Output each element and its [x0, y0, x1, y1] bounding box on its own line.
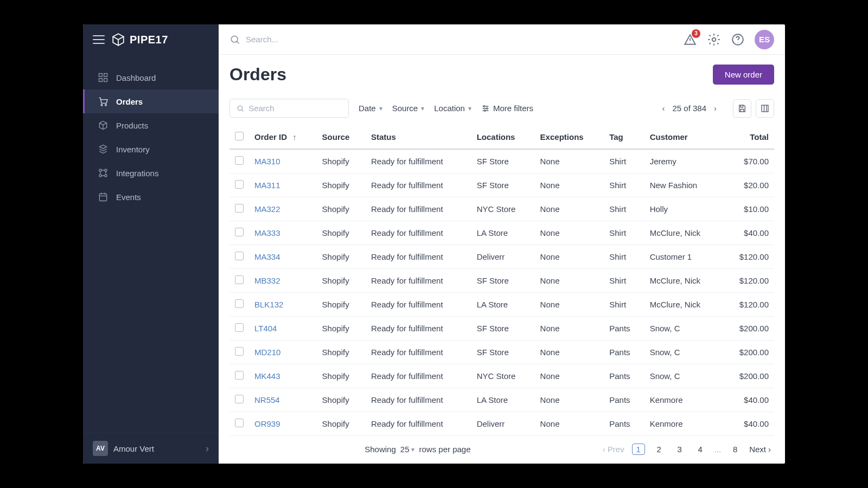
order-id-link[interactable]: MA311 [254, 181, 280, 190]
chevron-down-icon: ▾ [379, 105, 382, 112]
sidebar-item-integrations[interactable]: Integrations [83, 161, 219, 185]
table-row[interactable]: LT404 Shopify Ready for fulfillment SF S… [229, 317, 774, 341]
cell-customer: McClure, Nick [644, 221, 723, 245]
filter-more[interactable]: More filters [481, 104, 533, 113]
prev-page-arrow[interactable]: ‹ [660, 101, 667, 115]
rows-per-select[interactable]: 25 ▾ [400, 445, 415, 454]
table-row[interactable]: MK443 Shopify Ready for fulfillment NYC … [229, 364, 774, 388]
global-search[interactable] [229, 34, 676, 45]
next-page-arrow[interactable]: › [712, 101, 719, 115]
sidebar-item-orders[interactable]: Orders [83, 89, 219, 113]
cell-total: $200.00 [723, 317, 774, 341]
dashboard-icon [98, 72, 108, 83]
new-order-button[interactable]: New order [713, 65, 774, 85]
row-checkbox[interactable] [235, 299, 244, 308]
sidebar-item-dashboard[interactable]: Dashboard [83, 66, 219, 89]
order-id-link[interactable]: MA310 [254, 157, 280, 166]
cell-status: Ready for fulfillment [366, 317, 471, 341]
page-number[interactable]: 8 [729, 445, 742, 454]
order-id-link[interactable]: OR939 [254, 419, 280, 428]
sidebar-item-events[interactable]: Events [83, 185, 219, 209]
save-view-button[interactable] [733, 99, 751, 118]
cell-status: Ready for fulfillment [366, 293, 471, 317]
box-icon [98, 120, 108, 131]
prev-button[interactable]: ‹ Prev [603, 445, 624, 454]
columns-view-button[interactable] [756, 99, 774, 118]
menu-icon[interactable] [93, 35, 105, 44]
order-id-link[interactable]: MB332 [254, 276, 280, 285]
search-icon [237, 104, 244, 113]
table-search-input[interactable] [248, 104, 342, 113]
order-id-link[interactable]: NR554 [254, 395, 280, 404]
row-checkbox[interactable] [235, 347, 244, 356]
row-checkbox[interactable] [235, 252, 244, 260]
order-id-link[interactable]: MA333 [254, 228, 280, 237]
table-row[interactable]: MA333 Shopify Ready for fulfillment LA S… [229, 221, 774, 245]
row-checkbox[interactable] [235, 419, 244, 427]
sort-asc-icon: ↑ [292, 132, 297, 142]
sidebar-item-products[interactable]: Products [83, 113, 219, 137]
col-source[interactable]: Source [317, 125, 366, 149]
col-order-id[interactable]: Order ID ↑ [249, 125, 317, 149]
row-checkbox[interactable] [235, 228, 244, 236]
order-id-link[interactable]: MK443 [254, 371, 280, 381]
filter-location[interactable]: Location ▾ [434, 104, 471, 113]
filter-date[interactable]: Date ▾ [359, 104, 382, 113]
avatar[interactable]: ES [755, 30, 774, 49]
settings-icon[interactable] [707, 33, 721, 47]
row-checkbox[interactable] [235, 371, 244, 380]
page-number[interactable]: 1 [632, 444, 645, 455]
brand[interactable]: PIPE17 [111, 33, 168, 47]
select-all-checkbox[interactable] [235, 132, 244, 140]
cell-source: Shopify [317, 221, 366, 245]
table-row[interactable]: MA334 Shopify Ready for fulfillment Deli… [229, 245, 774, 269]
row-checkbox[interactable] [235, 395, 244, 403]
table-row[interactable]: MA310 Shopify Ready for fulfillment SF S… [229, 149, 774, 174]
table-search[interactable] [229, 99, 349, 118]
cell-customer: Kenmore [644, 412, 723, 436]
cell-exceptions: None [535, 221, 604, 245]
row-checkbox[interactable] [235, 156, 244, 165]
col-status[interactable]: Status [366, 125, 471, 149]
order-id-link[interactable]: MA322 [254, 204, 280, 214]
alerts-icon[interactable]: 3 [683, 33, 697, 47]
next-button[interactable]: Next › [749, 445, 771, 454]
col-exceptions[interactable]: Exceptions [535, 125, 604, 149]
account-badge: AV [93, 441, 108, 456]
table-row[interactable]: MD210 Shopify Ready for fulfillment SF S… [229, 341, 774, 364]
help-icon[interactable] [731, 33, 745, 47]
cell-customer: McClure, Nick [644, 269, 723, 293]
col-tag[interactable]: Tag [604, 125, 644, 149]
order-id-link[interactable]: MD210 [254, 348, 280, 357]
sidebar: PIPE17 Dashboard Orders Products Invento… [83, 24, 219, 464]
col-locations[interactable]: Locations [471, 125, 535, 149]
sliders-icon [481, 104, 490, 113]
filter-source[interactable]: Source ▾ [392, 104, 425, 113]
page-number[interactable]: 4 [694, 445, 707, 454]
table-row[interactable]: MB332 Shopify Ready for fulfillment SF S… [229, 269, 774, 293]
sidebar-account[interactable]: AV Amour Vert › [83, 433, 219, 464]
sidebar-item-label: Events [116, 192, 141, 202]
sidebar-item-inventory[interactable]: Inventory [83, 137, 219, 161]
global-search-input[interactable] [246, 35, 409, 44]
filter-label: Location [434, 104, 465, 113]
col-customer[interactable]: Customer [644, 125, 723, 149]
row-checkbox[interactable] [235, 323, 244, 332]
table-row[interactable]: MA322 Shopify Ready for fulfillment NYC … [229, 197, 774, 221]
order-id-link[interactable]: LT404 [254, 324, 277, 333]
row-checkbox[interactable] [235, 275, 244, 284]
order-id-link[interactable]: MA334 [254, 252, 280, 261]
orders-table: Order ID ↑ Source Status Locations Excep… [229, 125, 774, 436]
cell-exceptions: None [535, 269, 604, 293]
page-number[interactable]: 3 [673, 445, 686, 454]
cell-exceptions: None [535, 245, 604, 269]
order-id-link[interactable]: BLK132 [254, 300, 283, 309]
table-row[interactable]: MA311 Shopify Ready for fulfillment SF S… [229, 174, 774, 197]
table-row[interactable]: OR939 Shopify Ready for fulfillment Deli… [229, 412, 774, 436]
row-checkbox[interactable] [235, 180, 244, 189]
table-row[interactable]: BLK132 Shopify Ready for fulfillment LA … [229, 293, 774, 317]
row-checkbox[interactable] [235, 204, 244, 213]
table-row[interactable]: NR554 Shopify Ready for fulfillment LA S… [229, 388, 774, 412]
col-total[interactable]: Total [723, 125, 774, 149]
page-number[interactable]: 2 [653, 445, 666, 454]
